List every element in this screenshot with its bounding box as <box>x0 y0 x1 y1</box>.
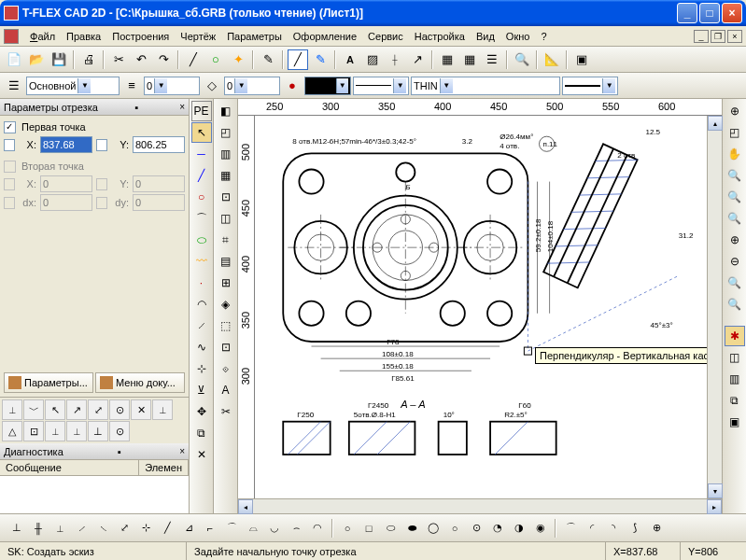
vbtn2-14[interactable]: A <box>216 380 236 400</box>
vbtn-move[interactable]: ✥ <box>191 401 212 422</box>
priority-combo[interactable]: 0▼ <box>224 77 280 95</box>
color-button[interactable]: ● <box>282 76 303 96</box>
leader-tool[interactable]: ↗ <box>407 49 428 70</box>
bt-9[interactable]: ⊿ <box>179 519 198 538</box>
vbtn-spline[interactable]: 〰 <box>191 251 212 272</box>
grid-tool[interactable]: ▦ <box>459 49 480 70</box>
y1-check[interactable] <box>96 139 107 151</box>
bt-26[interactable]: ⌒ <box>561 519 580 538</box>
bt-1[interactable]: ⊥ <box>7 519 26 538</box>
vbtn-del[interactable]: ✕ <box>191 444 212 465</box>
vbtn2-12[interactable]: ⊡ <box>216 337 236 357</box>
bt-12[interactable]: ⌓ <box>244 519 262 538</box>
rbtn-zoom3[interactable]: 🔍 <box>725 187 745 207</box>
snap-8[interactable]: ⟂ <box>152 399 173 420</box>
vbtn2-1[interactable]: ◧ <box>216 101 236 121</box>
menu-help[interactable]: ? <box>535 29 552 44</box>
pin-icon-2[interactable]: ▪ <box>118 446 121 457</box>
mdi-restore[interactable]: ❐ <box>711 30 725 43</box>
rbtn-m3[interactable]: ⧉ <box>725 390 745 411</box>
bt-4[interactable]: ⟋ <box>72 519 91 538</box>
bom-tool[interactable]: ☰ <box>482 49 502 70</box>
vbtn-func[interactable]: ∿ <box>191 337 212 357</box>
library-tool[interactable]: ▣ <box>571 49 592 70</box>
rbtn-zoom-full[interactable]: ⊕ <box>725 101 745 121</box>
linetype-combo[interactable]: THIN▼ <box>411 77 560 95</box>
vbtn2-9[interactable]: ⊞ <box>216 273 236 293</box>
bt-11[interactable]: ⌒ <box>222 519 241 538</box>
bt-17[interactable]: □ <box>359 519 378 538</box>
edit-tool[interactable]: ✎ <box>310 49 331 70</box>
diag-close[interactable]: × <box>179 446 185 456</box>
rbtn-pan[interactable]: ✋ <box>725 144 745 164</box>
bt-8[interactable]: ╱ <box>158 519 176 538</box>
y1-input[interactable] <box>133 136 185 153</box>
layer-combo[interactable]: Основной▼ <box>26 77 120 95</box>
bt-13[interactable]: ◡ <box>265 519 284 538</box>
vbtn2-6[interactable]: ◫ <box>216 208 236 229</box>
vbtn-circle[interactable]: ○ <box>191 187 212 207</box>
vbtn2-cut[interactable]: ✂ <box>216 401 236 422</box>
panel-close[interactable]: × <box>179 102 185 112</box>
snap-5[interactable]: ⤢ <box>88 399 108 420</box>
measure-tool[interactable]: 📐 <box>542 49 562 70</box>
vbtn-arc[interactable]: ⌒ <box>191 208 212 229</box>
vbtn2-13[interactable]: ⟐ <box>216 358 236 379</box>
snap-3[interactable]: ↖ <box>45 399 65 420</box>
rbtn-zoom4[interactable]: 🔍 <box>725 208 745 229</box>
tab-params[interactable]: Параметры... <box>4 372 93 393</box>
maximize-button[interactable]: □ <box>699 3 720 23</box>
vbtn2-8[interactable]: ▤ <box>216 251 236 272</box>
bt-27[interactable]: ◜ <box>583 519 601 538</box>
vbtn-break[interactable]: ⊹ <box>191 358 212 379</box>
snap-4[interactable]: ↗ <box>66 399 87 420</box>
menu-file[interactable]: Файл <box>24 29 61 44</box>
undo-button[interactable]: ↶ <box>131 49 151 70</box>
vbtn2-7[interactable]: ⌗ <box>216 230 236 250</box>
vbtn2-2[interactable]: ◰ <box>216 122 236 143</box>
bt-7[interactable]: ⊹ <box>136 519 155 538</box>
save-button[interactable]: 💾 <box>49 49 69 70</box>
rbtn-zoomin[interactable]: ⊕ <box>725 230 745 250</box>
mdi-minimize[interactable]: _ <box>694 30 709 43</box>
layers-button[interactable]: ☰ <box>4 76 24 96</box>
bt-24[interactable]: ◑ <box>510 519 528 538</box>
menu-view[interactable]: Вид <box>471 29 500 44</box>
snap-2[interactable]: ﹀ <box>23 399 44 420</box>
menu-setup[interactable]: Настройка <box>409 29 471 44</box>
canvas[interactable]: Г78 108±0.18 155±0.18 Г85.61 59.2±0.18 1… <box>255 116 707 498</box>
bt-29[interactable]: ⟆ <box>626 519 644 538</box>
segment-tool[interactable]: ╱ <box>288 49 308 70</box>
vbtn-line[interactable]: ─ <box>191 144 212 164</box>
priority-button[interactable]: ◇ <box>202 76 222 96</box>
scrollbar-v[interactable]: ▴ ▾ <box>707 116 722 498</box>
level-combo[interactable]: 0▼ <box>144 77 200 95</box>
x1-input[interactable] <box>40 136 92 153</box>
snap-10[interactable]: ⊡ <box>23 421 44 441</box>
sketch-tool[interactable]: ✎ <box>258 49 278 70</box>
vbtn2-11[interactable]: ⬚ <box>216 315 236 336</box>
open-button[interactable]: 📂 <box>26 49 47 70</box>
lineweight-combo[interactable]: ▼ <box>353 77 409 95</box>
rbtn-m4[interactable]: ▣ <box>725 412 745 432</box>
bt-25[interactable]: ◉ <box>531 519 550 538</box>
vbtn-ellipse[interactable]: ⬭ <box>191 230 212 250</box>
snap-12[interactable]: ⟂ <box>66 421 87 441</box>
rbtn-zoomobj[interactable]: 🔍 <box>725 273 745 293</box>
menu-edit[interactable]: Правка <box>61 29 106 44</box>
tab-menu[interactable]: Меню доку... <box>95 372 185 393</box>
bt-5[interactable]: ⟍ <box>93 519 112 538</box>
vbtn-copy[interactable]: ⧉ <box>191 423 212 443</box>
rbtn-snap[interactable]: ✱ <box>725 326 745 346</box>
vbtn2-5[interactable]: ⊡ <box>216 187 236 207</box>
zoom-tool[interactable]: 🔍 <box>512 49 532 70</box>
snap-9[interactable]: △ <box>2 421 22 441</box>
first-point-check[interactable] <box>4 121 16 133</box>
bt-10[interactable]: ⌐ <box>201 519 219 538</box>
rbtn-zoomout[interactable]: ⊖ <box>725 251 745 272</box>
bt-21[interactable]: ○ <box>445 519 464 538</box>
bt-19[interactable]: ⬬ <box>402 519 421 538</box>
snap-14[interactable]: ⊙ <box>109 421 130 441</box>
bt-30[interactable]: ⊕ <box>647 519 666 538</box>
diag-col-element[interactable]: Элемен <box>139 460 189 475</box>
